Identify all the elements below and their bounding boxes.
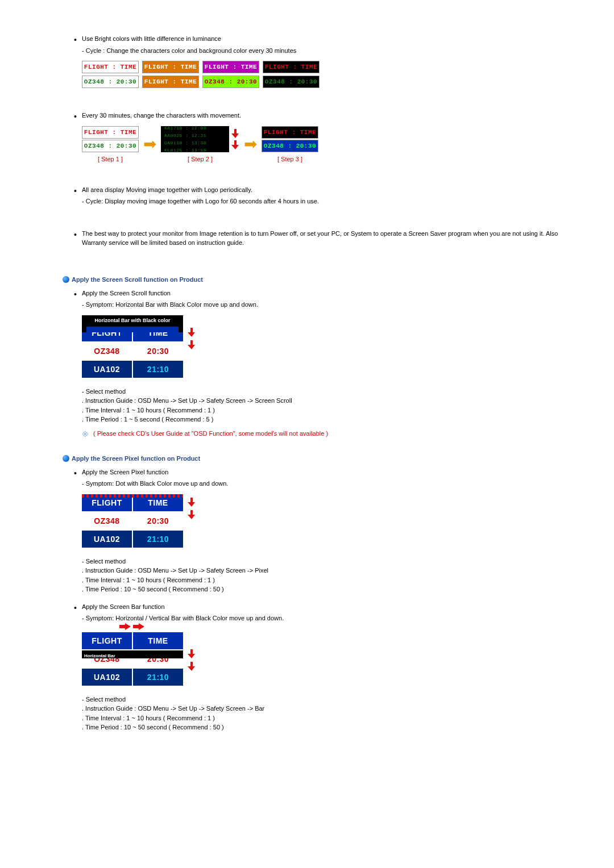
- arrow-down-icon: [188, 340, 196, 349]
- method-line: . Instruction Guide : OSD Menu -> Set Up…: [74, 566, 569, 575]
- arrow-down-icon: [188, 498, 196, 507]
- cycle-30min-colors: - Cycle : Change the characters color an…: [74, 46, 569, 56]
- board-cell: FLIGHT : TIME: [202, 61, 259, 73]
- step1-hdr: FLIGHT : TIME: [82, 126, 139, 139]
- method-line: . Instruction Guide : OSD Menu -> Set Up…: [74, 396, 569, 406]
- ft-cell: 21:10: [133, 669, 183, 686]
- halfcut-overlay: [82, 324, 183, 332]
- ft-cell: 20:30: [133, 343, 183, 360]
- method-line: . Time Period : 10 ~ 50 second ( Recomme…: [74, 585, 569, 594]
- bullet-best-way: The best way to protect your monitor fro…: [74, 229, 569, 248]
- arrow-down-icon: [188, 649, 196, 658]
- heading-screen-pixel: Apply the Screen Pixel function on Produ…: [72, 455, 200, 462]
- method-line: . Time Interval : 1 ~ 10 hours ( Recomme…: [74, 575, 569, 585]
- bullet-ball-icon: [63, 455, 69, 462]
- bullet-apply-pixel: Apply the Screen Pixel function: [74, 468, 569, 477]
- hbar-overlay: Horizontal Bar: [82, 650, 183, 658]
- arrow-down-icon: [188, 510, 196, 519]
- arrow-right-icon: [133, 623, 144, 630]
- ft-hdr-flight: FLIGHT: [82, 632, 132, 649]
- ft-cell: UA102: [82, 669, 132, 686]
- step2-scramble: KA1710 : 12:00 AA0025 : 12:35 UA0110 : 1…: [161, 126, 229, 152]
- method-line: . Time Interval : 1 ~ 10 hours ( Recomme…: [74, 713, 569, 723]
- ft-cell: UA102: [82, 531, 132, 548]
- note-osd-check: ( Please check CD's User Guide at "OSD F…: [93, 430, 328, 437]
- method-line: . Time Interval : 1 ~ 10 hours ( Recomme…: [74, 406, 569, 415]
- board-cell: OZ348 : 20:30: [202, 76, 259, 88]
- ft-hdr-time: TIME: [133, 632, 183, 649]
- ft-cell: OZ348: [82, 343, 132, 360]
- bullet-apply-scroll: Apply the Screen Scroll function: [74, 289, 569, 298]
- ft-cell: UA102: [82, 361, 132, 378]
- arrow-down-icon: [188, 328, 196, 337]
- arrow-right-icon: ➡: [244, 136, 257, 152]
- method-line: . Instruction Guide : OSD Menu -> Set Up…: [74, 704, 569, 713]
- select-method: - Select method: [74, 557, 569, 566]
- bullet-bright-colors: Use Bright colors with little difference…: [74, 34, 569, 44]
- board-cell: OZ348 : 20:30: [263, 76, 320, 88]
- ft-cell: OZ348: [82, 512, 132, 529]
- board-cell: FLIGHT : TIME: [82, 61, 139, 73]
- arrow-down-icon: [188, 662, 196, 671]
- bullet-ball-icon: [63, 276, 69, 283]
- bullet-movement: Every 30 minutes, change the characters …: [74, 111, 569, 120]
- step-label-3: [ Step 3 ]: [277, 156, 302, 162]
- ft-cell: 20:30: [133, 512, 183, 529]
- bullet-logo-periodic: All area display Moving image together w…: [74, 185, 569, 195]
- arrow-down-icon: [231, 140, 239, 149]
- ft-cell: 21:10: [133, 361, 183, 378]
- board-cell: OZ348 : 20:30: [82, 76, 139, 88]
- bullet-apply-bar: Apply the Screen Bar function: [74, 602, 569, 612]
- method-line: . Time Period : 1 ~ 5 second ( Recommend…: [74, 415, 569, 424]
- arrow-right-icon: ➡: [143, 136, 156, 152]
- ft-cell: 21:10: [133, 531, 183, 548]
- heading-screen-scroll: Apply the Screen Scroll function on Prod…: [72, 276, 203, 283]
- step-label-2: [ Step 2 ]: [188, 156, 213, 162]
- cycle-logo: - Cycle: Display moving image together w…: [74, 197, 569, 206]
- board-cell: FLIGHT : TIME: [263, 61, 320, 73]
- board-cell: FLIGHT : TIME: [142, 76, 199, 88]
- step3-data: OZ348 : 20:30: [262, 140, 318, 152]
- symptom-pixel: - Symptom: Dot with Black Color move up …: [74, 479, 569, 489]
- select-method: - Select method: [74, 695, 569, 704]
- select-method: - Select method: [74, 387, 569, 397]
- note-glyph-icon: ※: [82, 430, 89, 438]
- dotted-overlay: [82, 494, 183, 498]
- step-label-1: [ Step 1 ]: [98, 156, 123, 162]
- step3-hdr: FLIGHT : TIME: [262, 126, 318, 139]
- method-line: . Time Period : 10 ~ 50 second ( Recomme…: [74, 723, 569, 732]
- board-cell: FLIGHT : TIME: [142, 61, 199, 73]
- arrow-right-icon: [119, 623, 131, 630]
- step1-data: OZ348 : 20:30: [82, 140, 139, 152]
- symptom-bar: - Symptom: Horizontal / Vertical Bar wit…: [74, 614, 569, 623]
- arrow-down-icon: [231, 129, 239, 138]
- symptom-scroll: - Symptom: Horizontal Bar with Black Col…: [74, 300, 569, 310]
